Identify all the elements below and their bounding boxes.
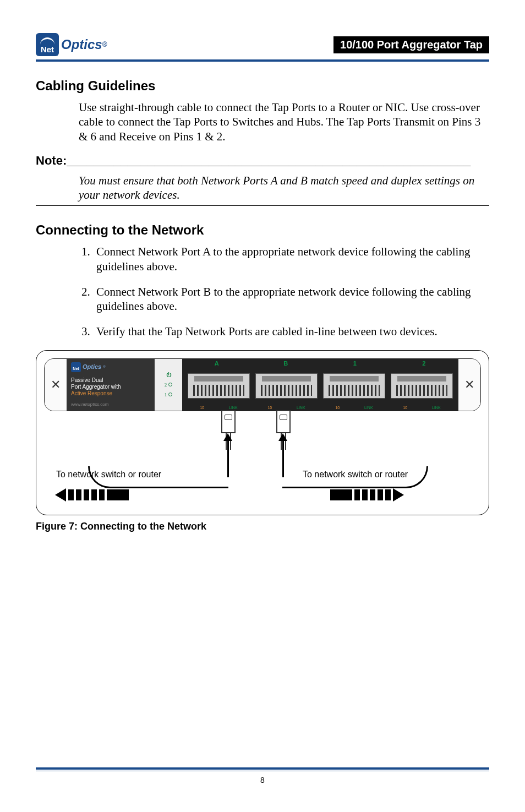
logo-registered: ® bbox=[102, 41, 107, 48]
step-1: Connect Network Port A to the appropriat… bbox=[93, 244, 489, 274]
note-label: Note: bbox=[36, 154, 67, 167]
device-leds: ⏻ 2 1 bbox=[155, 359, 182, 411]
device-logo-mark: Net bbox=[71, 362, 81, 372]
logo-net-text: Net bbox=[36, 45, 59, 54]
footer-rule-thick bbox=[36, 767, 489, 770]
note-divider bbox=[36, 205, 489, 206]
screw-left-icon: ✕ bbox=[45, 359, 67, 411]
port-a-icon bbox=[188, 373, 250, 399]
led-2-icon bbox=[168, 383, 172, 386]
steps-list: Connect Network Port A to the appropriat… bbox=[79, 244, 489, 339]
device-ports-panel: A B 1 2 10LINK 10LINK 10LINK 10LINK bbox=[182, 359, 458, 411]
flow-arrow-right-icon bbox=[330, 488, 404, 502]
figure-title: Connecting to the Network bbox=[78, 521, 206, 532]
step-2: Connect Network Port B to the appropriat… bbox=[93, 285, 489, 314]
port-2-icon bbox=[391, 373, 453, 399]
figure-7: ✕ Net Optics® Passive Dual Port Aggregat… bbox=[36, 350, 489, 515]
port-b-icon bbox=[255, 373, 318, 399]
figure-caption: Figure 7: Connecting to the Network bbox=[36, 521, 489, 532]
port-label-2: 2 bbox=[390, 360, 459, 367]
device-logo: Net Optics® bbox=[71, 362, 150, 372]
section-title-connecting: Connecting to the Network bbox=[36, 222, 489, 238]
logo-mark: Net bbox=[36, 33, 59, 56]
port-label-b: B bbox=[251, 360, 321, 367]
product-badge: 10/100 Port Aggregator Tap bbox=[333, 36, 489, 53]
footer-rule-thin bbox=[36, 771, 489, 771]
label-left: To network switch or router bbox=[56, 470, 161, 479]
label-right: To network switch or router bbox=[303, 470, 408, 479]
note-body: You must ensure that both Network Ports … bbox=[79, 173, 489, 203]
led-1-icon bbox=[168, 393, 172, 396]
page-header: Net Optics ® 10/100 Port Aggregator Tap bbox=[36, 33, 489, 56]
flow-arrow-left-icon bbox=[55, 488, 129, 502]
figure-number: Figure 7: bbox=[36, 521, 78, 532]
device-url: www.netoptics.com bbox=[71, 402, 150, 407]
port-label-a: A bbox=[182, 360, 251, 367]
screw-right-icon: ✕ bbox=[458, 359, 480, 411]
header-divider bbox=[36, 59, 489, 62]
step-3: Verify that the Tap Network Ports are ca… bbox=[93, 324, 489, 339]
section-title-cabling: Cabling Guidelines bbox=[36, 78, 489, 94]
port-labels: A B 1 2 bbox=[182, 359, 458, 367]
cable-diagram: To network switch or router To network s… bbox=[44, 411, 481, 505]
port-1-icon bbox=[323, 373, 385, 399]
device-logo-optics: Optics bbox=[83, 363, 101, 370]
port-label-1: 1 bbox=[320, 360, 390, 367]
device-model-text: Passive Dual Port Aggregator with Active… bbox=[71, 377, 150, 397]
note-label-row: Note:___________________________________… bbox=[36, 154, 489, 168]
logo: Net Optics ® bbox=[36, 33, 107, 56]
page-number: 8 bbox=[36, 776, 489, 784]
page-footer: 8 bbox=[36, 767, 489, 784]
logo-optics-text: Optics bbox=[61, 37, 102, 52]
tap-device: ✕ Net Optics® Passive Dual Port Aggregat… bbox=[44, 358, 481, 411]
power-icon: ⏻ bbox=[166, 372, 171, 378]
device-label-panel: Net Optics® Passive Dual Port Aggregator… bbox=[67, 359, 155, 411]
note-underline: ________________________________________… bbox=[67, 154, 471, 168]
cabling-body: Use straight-through cable to connect th… bbox=[79, 100, 489, 144]
